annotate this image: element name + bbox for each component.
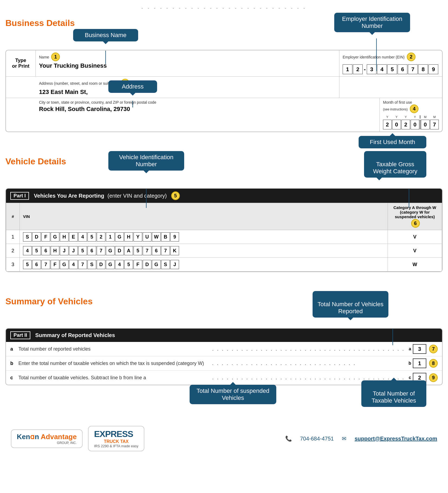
table-row: 1SDFGHE4521GHYUWB9V (6, 230, 442, 244)
kenan-sub: GROUP, INC. (17, 441, 77, 445)
vin-char-box: 6 (32, 260, 41, 269)
callout-vin: Vehicle Identification Number (108, 151, 184, 171)
vin-char-box: 7 (161, 246, 170, 255)
vin-char-box: G (106, 260, 115, 269)
vin-char-box: 5 (32, 246, 41, 255)
vin-char-box: J (60, 246, 69, 255)
vin-char-box: 9 (170, 232, 179, 241)
city-field: City or town, state or province, country… (36, 98, 379, 132)
circle-1: 1 (51, 53, 60, 61)
circle-6: 6 (411, 219, 420, 228)
vin-char-box: F (41, 232, 50, 241)
vin-table-header-row: # VIN Category A through W (category W f… (6, 203, 442, 230)
type-or-print-label: Type or Print (6, 50, 36, 76)
vin-cell: 567FG47SDG45FDGSJ (20, 258, 388, 272)
summary-row-text: Total number of reported vehicles (18, 346, 212, 352)
vin-char-box: J (170, 260, 179, 269)
vin-char-box: 6 (152, 246, 161, 255)
category-cell: V (388, 244, 442, 258)
email-icon: ✉ (342, 435, 346, 442)
vin-char-box: G (115, 232, 124, 241)
month-header-col: M (430, 115, 439, 119)
vehicle-form: Part I Vehicles You Are Reporting (enter… (5, 188, 443, 272)
table-row: 3567FG47SDG45FDGSJW (6, 258, 442, 272)
circle-2: 2 (407, 53, 415, 61)
callout-first-used-month: First Used Month (359, 136, 426, 148)
vin-char-box: 4 (78, 232, 87, 241)
vin-char-box: B (161, 232, 170, 241)
ein-digit-box: 8 (418, 64, 428, 74)
vin-header: VIN (20, 203, 388, 230)
logo-area: Kenɑn Advantage GROUP, INC. EXPRESS TRUC… (11, 426, 144, 451)
express-logo: EXPRESS (94, 429, 138, 439)
list-item: a Total number of reported vehicles . . … (6, 342, 442, 356)
business-form: Type or Print Name 1 Your Trucking Busin… (5, 50, 443, 132)
summary-form: Part II Summary of Reported Vehicles a T… (5, 328, 443, 385)
vin-cell: 456HJJ567GDA5767K (20, 244, 388, 258)
summary-value: 1 (413, 358, 426, 368)
kenan-logo-box: Kenɑn Advantage GROUP, INC. (11, 429, 83, 448)
ein-field: Employer identification number (EIN) 2 1… (339, 50, 442, 76)
table-row: 2456HJJ567GDA5767KV (6, 244, 442, 258)
ein-digit-box: 9 (428, 64, 438, 74)
month-digit-box: 2 (401, 120, 410, 129)
vin-table-body: 1SDFGHE4521GHYUWB9V2456HJJ567GDA5767KV35… (6, 230, 442, 272)
month-header-col: Y (392, 115, 401, 119)
vin-char-box: S (87, 260, 96, 269)
category-cell: W (388, 258, 442, 272)
name-field: Name 1 Your Trucking Business (36, 50, 339, 76)
ein-digit-box: 4 (377, 64, 387, 74)
part-ii-header: Part II Summary of Reported Vehicles (6, 329, 442, 342)
row-num-header: # (6, 203, 20, 230)
vehicle-details-section: Vehicle Details Vehicle Identification N… (5, 154, 443, 272)
vin-table: # VIN Category A through W (category W f… (6, 203, 442, 272)
part-ii-label: Part II (10, 331, 30, 339)
vin-char-box: 2 (97, 232, 105, 241)
vin-char-box: D (115, 246, 124, 255)
summary-value-box-group: b18 (408, 358, 438, 368)
vin-char-box: J (69, 246, 78, 255)
address-right-spacer (339, 77, 442, 98)
category-header: Category A through W (category W for sus… (388, 203, 442, 230)
month-digit-box: 0 (411, 120, 419, 129)
callout-suspended: Total Number of suspended Vehicles (190, 385, 276, 404)
circle-4: 4 (410, 105, 418, 113)
summary-value: 3 (413, 344, 426, 354)
footer-email[interactable]: support@ExpressTruckTax.com (355, 436, 437, 442)
vin-char-box: 6 (41, 246, 50, 255)
city-left-spacer (6, 98, 36, 132)
address-left-spacer (6, 77, 36, 98)
month-digit-box: 2 (383, 120, 392, 129)
ein-digit-box: 7 (408, 64, 418, 74)
month-header-col: M (421, 115, 430, 119)
vin-char-box: G (51, 232, 59, 241)
vin-char-box: H (51, 246, 59, 255)
month-digit-box: 0 (392, 120, 401, 129)
summary-box-label: b (408, 361, 411, 366)
address-row: Address (number, street, and room or sui… (6, 77, 442, 98)
business-details-section: Business Details Employer Identification… (5, 15, 443, 132)
month-header-col: Y (401, 115, 410, 119)
vin-char-box: S (23, 232, 32, 241)
vin-char-box: Y (134, 232, 142, 241)
summary-row-text: Total number of taxable vehicles. Subtra… (18, 375, 212, 381)
vin-char-box: K (170, 246, 179, 255)
vin-char-box: A (124, 246, 133, 255)
vin-char-box: 5 (134, 246, 142, 255)
kenan-logo: Kenɑn Advantage (17, 433, 77, 441)
express-truck: TRUCK TAX (94, 439, 138, 444)
vin-char-box: 5 (124, 260, 133, 269)
callout-category: Taxable Gross Weight Category (364, 151, 426, 178)
address-field: Address (number, street, and room or sui… (36, 77, 339, 98)
vin-char-box: H (124, 232, 133, 241)
callout-taxable: Total Number of Taxable Vehicles (361, 380, 426, 407)
callout-total-reported: Total Number of Vehicles Reported (313, 291, 388, 318)
vin-char-box: U (143, 232, 151, 241)
category-cell: V (388, 230, 442, 244)
city-value: Rock Hill, South Carolina, 29730 (39, 106, 376, 113)
city-label: City or town, state or province, country… (39, 100, 376, 105)
vin-char-box: F (51, 260, 59, 269)
month-field: Month of first use (see instructions) 4 … (379, 98, 442, 132)
summary-dots: . . . . . . . . . . . . . . . . . . . . … (212, 375, 406, 381)
vin-char-box: G (106, 246, 115, 255)
